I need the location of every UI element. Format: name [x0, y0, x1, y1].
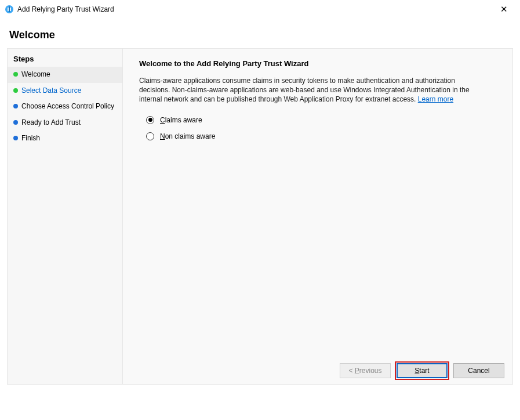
step-select-data-source[interactable]: Select Data Source: [8, 83, 122, 99]
app-icon: [5, 5, 14, 14]
titlebar: Add Relying Party Trust Wizard ✕: [0, 0, 520, 19]
steps-header: Steps: [8, 52, 122, 67]
steps-sidebar: Steps Welcome Select Data Source Choose …: [7, 48, 123, 385]
main-heading: Welcome to the Add Relying Party Trust W…: [139, 59, 496, 68]
bullet-icon: [13, 72, 18, 77]
previous-button: < Previous: [340, 363, 391, 378]
description-text: Claims-aware applications consume claims…: [139, 76, 487, 104]
bullet-icon: [13, 136, 18, 140]
radio-non-claims-aware[interactable]: Non claims aware: [146, 132, 496, 140]
radio-label: Claims aware: [160, 116, 202, 124]
start-button[interactable]: Start: [397, 363, 448, 378]
step-label: Choose Access Control Policy: [21, 102, 114, 111]
step-label: Select Data Source: [21, 86, 81, 96]
bullet-icon: [13, 104, 18, 108]
radio-group: Claims aware Non claims aware: [146, 116, 496, 140]
main-panel: Welcome to the Add Relying Party Trust W…: [123, 48, 513, 385]
window-title: Add Relying Party Trust Wizard: [17, 5, 114, 13]
close-icon[interactable]: ✕: [492, 4, 515, 15]
content-area: Steps Welcome Select Data Source Choose …: [7, 48, 513, 385]
radio-icon: [146, 116, 154, 124]
step-choose-access-control-policy[interactable]: Choose Access Control Policy: [8, 99, 122, 115]
step-ready-to-add-trust[interactable]: Ready to Add Trust: [8, 115, 122, 131]
step-label: Finish: [21, 134, 40, 143]
bullet-icon: [13, 88, 18, 93]
step-label: Ready to Add Trust: [21, 118, 81, 128]
bullet-icon: [13, 120, 18, 125]
radio-claims-aware[interactable]: Claims aware: [146, 116, 496, 124]
radio-label: Non claims aware: [160, 132, 215, 140]
button-row: < Previous Start Cancel: [340, 363, 504, 378]
cancel-button[interactable]: Cancel: [453, 363, 504, 378]
learn-more-link[interactable]: Learn more: [418, 95, 453, 103]
step-finish[interactable]: Finish: [8, 131, 122, 147]
step-welcome[interactable]: Welcome: [8, 67, 122, 83]
step-label: Welcome: [21, 70, 50, 79]
radio-icon: [146, 132, 154, 140]
page-title: Welcome: [0, 19, 520, 48]
svg-rect-2: [9, 6, 10, 12]
